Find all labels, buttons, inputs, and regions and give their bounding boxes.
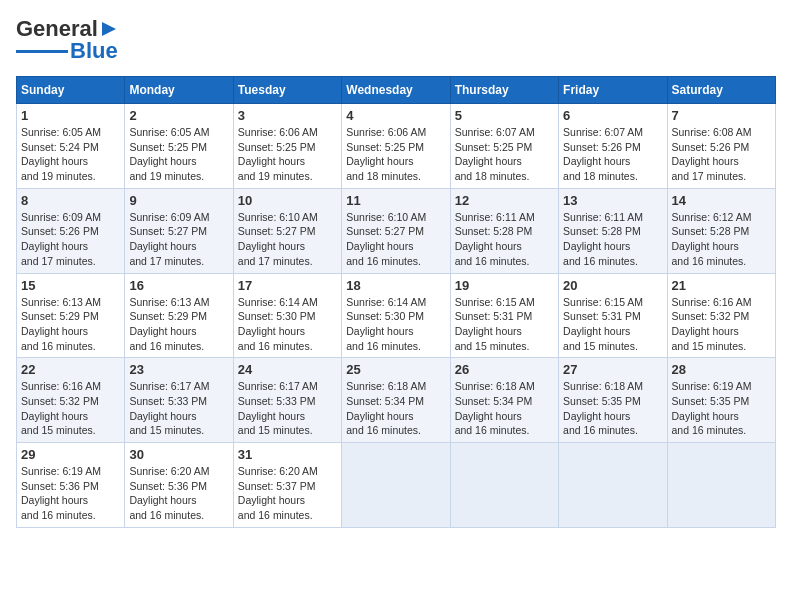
day-info: Sunrise: 6:13 AM Sunset: 5:29 PM Dayligh… [21,295,120,354]
column-header-wednesday: Wednesday [342,77,450,104]
day-info: Sunrise: 6:14 AM Sunset: 5:30 PM Dayligh… [346,295,445,354]
day-number: 19 [455,278,554,293]
day-number: 31 [238,447,337,462]
day-number: 16 [129,278,228,293]
day-number: 14 [672,193,771,208]
calendar-cell: 18 Sunrise: 6:14 AM Sunset: 5:30 PM Dayl… [342,273,450,358]
calendar-cell [667,443,775,528]
day-info: Sunrise: 6:08 AM Sunset: 5:26 PM Dayligh… [672,125,771,184]
day-info: Sunrise: 6:09 AM Sunset: 5:26 PM Dayligh… [21,210,120,269]
calendar-week-4: 22 Sunrise: 6:16 AM Sunset: 5:32 PM Dayl… [17,358,776,443]
day-number: 25 [346,362,445,377]
day-info: Sunrise: 6:10 AM Sunset: 5:27 PM Dayligh… [238,210,337,269]
calendar-cell: 17 Sunrise: 6:14 AM Sunset: 5:30 PM Dayl… [233,273,341,358]
calendar-cell: 22 Sunrise: 6:16 AM Sunset: 5:32 PM Dayl… [17,358,125,443]
calendar-cell: 24 Sunrise: 6:17 AM Sunset: 5:33 PM Dayl… [233,358,341,443]
day-number: 15 [21,278,120,293]
day-info: Sunrise: 6:06 AM Sunset: 5:25 PM Dayligh… [238,125,337,184]
day-info: Sunrise: 6:16 AM Sunset: 5:32 PM Dayligh… [672,295,771,354]
day-number: 4 [346,108,445,123]
day-number: 18 [346,278,445,293]
day-info: Sunrise: 6:09 AM Sunset: 5:27 PM Dayligh… [129,210,228,269]
calendar-cell: 1 Sunrise: 6:05 AM Sunset: 5:24 PM Dayli… [17,104,125,189]
calendar-cell: 25 Sunrise: 6:18 AM Sunset: 5:34 PM Dayl… [342,358,450,443]
day-number: 9 [129,193,228,208]
day-number: 27 [563,362,662,377]
day-info: Sunrise: 6:19 AM Sunset: 5:35 PM Dayligh… [672,379,771,438]
day-info: Sunrise: 6:11 AM Sunset: 5:28 PM Dayligh… [455,210,554,269]
day-number: 10 [238,193,337,208]
calendar-cell: 20 Sunrise: 6:15 AM Sunset: 5:31 PM Dayl… [559,273,667,358]
day-info: Sunrise: 6:10 AM Sunset: 5:27 PM Dayligh… [346,210,445,269]
day-number: 30 [129,447,228,462]
calendar-week-3: 15 Sunrise: 6:13 AM Sunset: 5:29 PM Dayl… [17,273,776,358]
calendar-cell: 8 Sunrise: 6:09 AM Sunset: 5:26 PM Dayli… [17,188,125,273]
day-number: 24 [238,362,337,377]
column-header-thursday: Thursday [450,77,558,104]
day-number: 11 [346,193,445,208]
calendar-cell: 15 Sunrise: 6:13 AM Sunset: 5:29 PM Dayl… [17,273,125,358]
day-info: Sunrise: 6:19 AM Sunset: 5:36 PM Dayligh… [21,464,120,523]
day-info: Sunrise: 6:12 AM Sunset: 5:28 PM Dayligh… [672,210,771,269]
day-number: 6 [563,108,662,123]
calendar-cell [450,443,558,528]
day-info: Sunrise: 6:20 AM Sunset: 5:37 PM Dayligh… [238,464,337,523]
svg-marker-0 [102,22,116,36]
day-number: 1 [21,108,120,123]
day-info: Sunrise: 6:15 AM Sunset: 5:31 PM Dayligh… [455,295,554,354]
calendar-cell: 3 Sunrise: 6:06 AM Sunset: 5:25 PM Dayli… [233,104,341,189]
logo-icon [98,18,120,40]
day-info: Sunrise: 6:06 AM Sunset: 5:25 PM Dayligh… [346,125,445,184]
column-header-sunday: Sunday [17,77,125,104]
day-number: 20 [563,278,662,293]
calendar-cell: 14 Sunrise: 6:12 AM Sunset: 5:28 PM Dayl… [667,188,775,273]
day-number: 13 [563,193,662,208]
calendar-cell: 10 Sunrise: 6:10 AM Sunset: 5:27 PM Dayl… [233,188,341,273]
calendar-cell: 2 Sunrise: 6:05 AM Sunset: 5:25 PM Dayli… [125,104,233,189]
logo: General Blue [16,16,120,64]
calendar-cell: 5 Sunrise: 6:07 AM Sunset: 5:25 PM Dayli… [450,104,558,189]
calendar-cell: 21 Sunrise: 6:16 AM Sunset: 5:32 PM Dayl… [667,273,775,358]
day-info: Sunrise: 6:11 AM Sunset: 5:28 PM Dayligh… [563,210,662,269]
calendar-cell: 9 Sunrise: 6:09 AM Sunset: 5:27 PM Dayli… [125,188,233,273]
calendar-cell: 27 Sunrise: 6:18 AM Sunset: 5:35 PM Dayl… [559,358,667,443]
column-header-monday: Monday [125,77,233,104]
calendar-cell: 7 Sunrise: 6:08 AM Sunset: 5:26 PM Dayli… [667,104,775,189]
day-info: Sunrise: 6:18 AM Sunset: 5:35 PM Dayligh… [563,379,662,438]
day-number: 23 [129,362,228,377]
day-info: Sunrise: 6:18 AM Sunset: 5:34 PM Dayligh… [455,379,554,438]
day-info: Sunrise: 6:07 AM Sunset: 5:25 PM Dayligh… [455,125,554,184]
calendar-cell: 11 Sunrise: 6:10 AM Sunset: 5:27 PM Dayl… [342,188,450,273]
logo-text2: Blue [70,38,118,64]
column-header-tuesday: Tuesday [233,77,341,104]
calendar-cell: 19 Sunrise: 6:15 AM Sunset: 5:31 PM Dayl… [450,273,558,358]
day-number: 29 [21,447,120,462]
day-info: Sunrise: 6:05 AM Sunset: 5:24 PM Dayligh… [21,125,120,184]
calendar-cell: 30 Sunrise: 6:20 AM Sunset: 5:36 PM Dayl… [125,443,233,528]
calendar-week-5: 29 Sunrise: 6:19 AM Sunset: 5:36 PM Dayl… [17,443,776,528]
day-info: Sunrise: 6:20 AM Sunset: 5:36 PM Dayligh… [129,464,228,523]
calendar-header-row: SundayMondayTuesdayWednesdayThursdayFrid… [17,77,776,104]
day-number: 2 [129,108,228,123]
calendar-cell: 28 Sunrise: 6:19 AM Sunset: 5:35 PM Dayl… [667,358,775,443]
day-info: Sunrise: 6:17 AM Sunset: 5:33 PM Dayligh… [238,379,337,438]
day-number: 12 [455,193,554,208]
day-number: 17 [238,278,337,293]
column-header-saturday: Saturday [667,77,775,104]
calendar-cell [342,443,450,528]
day-number: 21 [672,278,771,293]
day-number: 5 [455,108,554,123]
day-number: 22 [21,362,120,377]
calendar-cell: 12 Sunrise: 6:11 AM Sunset: 5:28 PM Dayl… [450,188,558,273]
calendar-cell: 26 Sunrise: 6:18 AM Sunset: 5:34 PM Dayl… [450,358,558,443]
calendar-cell: 4 Sunrise: 6:06 AM Sunset: 5:25 PM Dayli… [342,104,450,189]
day-info: Sunrise: 6:14 AM Sunset: 5:30 PM Dayligh… [238,295,337,354]
calendar-cell: 23 Sunrise: 6:17 AM Sunset: 5:33 PM Dayl… [125,358,233,443]
day-info: Sunrise: 6:13 AM Sunset: 5:29 PM Dayligh… [129,295,228,354]
calendar-week-1: 1 Sunrise: 6:05 AM Sunset: 5:24 PM Dayli… [17,104,776,189]
day-info: Sunrise: 6:05 AM Sunset: 5:25 PM Dayligh… [129,125,228,184]
calendar-table: SundayMondayTuesdayWednesdayThursdayFrid… [16,76,776,528]
day-number: 26 [455,362,554,377]
day-info: Sunrise: 6:15 AM Sunset: 5:31 PM Dayligh… [563,295,662,354]
day-number: 28 [672,362,771,377]
